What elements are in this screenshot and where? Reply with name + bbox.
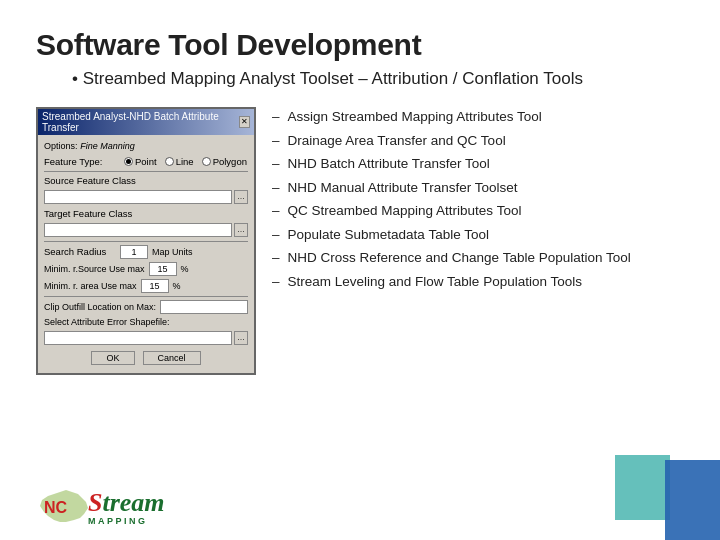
options-label: Options: [44,141,78,151]
radio-line-label: Line [176,156,194,167]
divider-2 [44,241,248,242]
source-fc-label: Source Feature Class [44,175,136,186]
page-title: Software Tool Development [36,28,684,62]
dialog-body: Options: Fine Manning Feature Type: Poin… [38,135,254,373]
dialog-select-err-row: Select Attribute Error Shapefile: [44,317,248,327]
deco-rect-teal [615,455,670,520]
map-units-label: Map Units [152,247,193,257]
clip-input-group [160,300,248,314]
target-fc-input-group: … [44,223,248,237]
list-item: NHD Cross Reference and Change Table Pop… [272,248,684,268]
radio-line[interactable]: Line [165,156,194,167]
cancel-button[interactable]: Cancel [143,351,201,365]
dialog-clip-row: Clip Outfill Location on Max: [44,300,248,314]
source-fc-input-group: … [44,190,248,204]
dialog-min-area-row: Minim. r. area Use max 15 % [44,279,248,293]
slide: Software Tool Development Streambed Mapp… [0,0,720,540]
page-subtitle: Streambed Mapping Analyst Toolset – Attr… [72,68,684,91]
list-item: Assign Streambed Mapping Attributes Tool [272,107,684,127]
options-value: Fine Manning [80,141,135,151]
dialog-window: Streambed Analyst-NHD Batch Attribute Tr… [36,107,256,375]
dialog-options-row: Options: Fine Manning [44,141,248,152]
min-source-pct: % [181,264,189,274]
content-area: Streambed Analyst-NHD Batch Attribute Tr… [36,107,684,375]
select-err-label: Select Attribute Error Shapefile: [44,317,170,327]
select-err-input[interactable] [44,331,232,345]
min-area-label: Minim. r. area Use max [44,281,137,291]
source-fc-input[interactable] [44,190,232,204]
deco-rect-blue [665,460,720,540]
dialog-title: Streambed Analyst-NHD Batch Attribute Tr… [42,111,239,133]
min-source-label: Minim. r.Source Use max [44,264,145,274]
bullet-list: Assign Streambed Mapping Attributes Tool… [272,107,684,296]
dialog-source-fc-input-row: … [44,190,248,204]
divider-3 [44,296,248,297]
radio-point[interactable]: Point [124,156,157,167]
dialog-source-fc-row: Source Feature Class [44,175,248,186]
search-radius-label: Search Radius [44,246,116,257]
dialog-close-button[interactable]: ✕ [239,116,250,128]
ok-button[interactable]: OK [91,351,134,365]
divider-1 [44,171,248,172]
radio-polygon-label: Polygon [213,156,247,167]
select-err-input-group: … [44,331,248,345]
stream-rest: tream [102,488,164,517]
target-fc-label: Target Feature Class [44,208,132,219]
svg-text:NC: NC [44,499,68,516]
min-source-input[interactable]: 15 [149,262,177,276]
target-fc-input[interactable] [44,223,232,237]
list-item: Stream Leveling and Flow Table Populatio… [272,272,684,292]
dialog-titlebar: Streambed Analyst-NHD Batch Attribute Tr… [38,109,254,135]
mapping-text: MAPPING [88,516,148,526]
radio-point-label: Point [135,156,157,167]
stream-text: Stream [88,490,165,516]
list-item: Populate Submetadata Table Tool [272,225,684,245]
feature-type-radio-group: Point Line Polygon [124,156,247,167]
dialog-target-fc-input-row: … [44,223,248,237]
dialog-min-source-row: Minim. r.Source Use max 15 % [44,262,248,276]
dialog-target-fc-row: Target Feature Class [44,208,248,219]
min-area-pct: % [173,281,181,291]
dialog-footer: OK Cancel [44,351,248,369]
min-area-input[interactable]: 15 [141,279,169,293]
list-item: QC Streambed Mapping Attributes Tool [272,201,684,221]
nc-shape-svg: NC [36,478,92,530]
clip-label: Clip Outfill Location on Max: [44,302,156,312]
list-item: NHD Batch Attribute Transfer Tool [272,154,684,174]
target-fc-browse-button[interactable]: … [234,223,248,237]
deco-rects [600,440,720,540]
dialog-search-radius-row: Search Radius 1 Map Units [44,245,248,259]
feature-type-label: Feature Type: [44,156,124,167]
search-radius-input[interactable]: 1 [120,245,148,259]
stream-logo-text: Stream MAPPING [88,490,165,526]
nc-logo: NC [36,478,92,526]
logo-area: NC Stream MAPPING [36,478,165,526]
select-err-browse-button[interactable]: … [234,331,248,345]
dialog-feature-type-row: Feature Type: Point Line [44,156,248,167]
list-item: NHD Manual Attribute Transfer Toolset [272,178,684,198]
list-item: Drainage Area Transfer and QC Tool [272,131,684,151]
clip-select[interactable] [160,300,248,314]
radio-polygon[interactable]: Polygon [202,156,247,167]
dialog-select-err-input-row: … [44,331,248,345]
source-fc-browse-button[interactable]: … [234,190,248,204]
